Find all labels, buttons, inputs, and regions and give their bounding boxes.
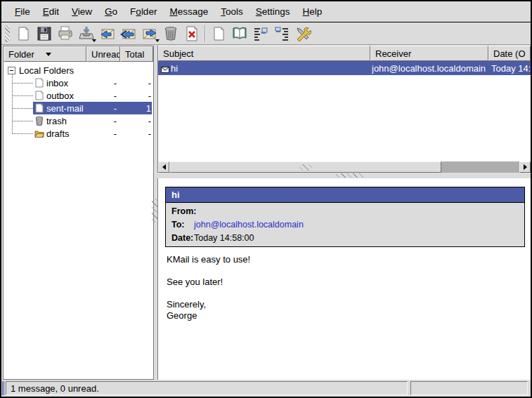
message-rows: hi john@localhost.localdomain Today 14:5… [158,61,531,161]
folder-tree-item-trash[interactable]: trash - - [4,114,153,127]
new-window-button[interactable] [208,24,229,44]
scroll-left-button[interactable] [158,161,169,173]
total-column-header[interactable]: Total [120,46,153,62]
folder-tree-item-outbox[interactable]: outbox - - [4,89,153,102]
header-row-date: Date: Today 14:58:00 [166,231,524,244]
forward-dropdown-arrow[interactable] [155,39,160,42]
mail-folder-icon [34,103,44,113]
toolbar-grip[interactable] [5,25,10,42]
configure-button[interactable] [292,24,313,44]
move-to-trash-button[interactable] [160,24,181,44]
message-subject-bar: hi [166,187,524,203]
menu-file[interactable]: File [8,4,37,20]
create-filter-icon [252,25,269,42]
reply-all-icon [120,25,137,42]
reply-icon [99,25,116,42]
menu-view[interactable]: View [65,4,98,20]
folder-tree-item-local-folders[interactable]: Local Folders [4,64,153,77]
check-mail-button[interactable] [76,24,97,44]
receiver-column-header[interactable]: Receiver [370,46,488,61]
message-body: KMail is easy to use! See you later! Sin… [167,254,525,321]
folder-pane: Folder Unread Total Local Folders inbox … [3,46,154,380]
status-aux-panel [410,381,528,395]
toolbar-separator [205,25,206,42]
message-row[interactable]: hi john@localhost.localdomain Today 14:5… [158,61,531,75]
recipient-email-link[interactable]: john@localhost.localdomain [194,220,304,230]
pane-splitter-horizontal[interactable] [157,173,531,178]
message-list: Subject Receiver Date (O hi john@localho… [157,46,531,173]
address-book-button[interactable] [229,24,250,44]
folder-tree-item-inbox[interactable]: inbox - - [4,77,153,89]
delete-icon [183,25,200,42]
mail-folder-icon [34,78,44,88]
status-bar: 1 message, 0 unread. [1,380,531,397]
sent-mail-envelope-icon [161,65,169,75]
message-header-box: hi From: To: john@localhost.localdomain … [165,187,525,247]
arrow-left-icon [162,164,166,170]
arrow-right-icon [524,164,527,170]
header-row-from: From: [166,204,524,218]
address-book-icon [231,25,248,42]
mail-folder-icon [34,91,44,100]
menu-bar: File Edit View Go Folder Message Tools S… [1,1,531,22]
header-row-to: To: john@localhost.localdomain [166,218,524,231]
reply-all-button[interactable] [118,24,139,44]
folder-tree: Local Folders inbox - - outbox - - sent-… [4,62,153,379]
drafts-folder-icon [34,128,44,138]
save-icon [36,25,53,42]
menu-message[interactable]: Message [163,4,214,20]
scrollbar-grip [299,164,312,171]
forward-button[interactable] [139,24,160,44]
menu-tools[interactable]: Tools [214,4,249,20]
menu-help[interactable]: Help [297,4,329,20]
reply-button[interactable] [97,24,118,44]
menu-settings[interactable]: Settings [249,4,297,20]
trash-icon [162,25,179,42]
scroll-right-button[interactable] [519,161,531,173]
apply-filters-button[interactable] [271,24,292,44]
delete-button[interactable] [181,24,202,44]
kmail-window: File Edit View Go Folder Message Tools S… [0,0,532,398]
create-filter-button[interactable] [250,24,271,44]
menu-go[interactable]: Go [98,4,124,20]
apply-filters-icon [273,25,290,42]
save-button[interactable] [34,24,55,44]
configure-icon [294,25,311,42]
horizontal-scrollbar[interactable] [158,161,531,173]
progress-indicator [2,381,5,395]
trash-folder-icon [34,116,44,126]
splitter-grip [336,173,364,178]
unread-column-header[interactable]: Unread [86,46,120,62]
status-message-panel: 1 message, 0 unread. [6,381,408,395]
menu-edit[interactable]: Edit [37,4,65,20]
folder-tree-item-sent-mail[interactable]: sent-mail - 1 [4,102,153,114]
collapse-icon[interactable] [8,67,15,74]
blank-page-icon [210,25,227,42]
menu-folder[interactable]: Folder [124,4,163,20]
folder-column-header[interactable]: Folder [4,46,86,62]
print-button[interactable] [55,24,76,44]
main-toolbar [1,23,531,45]
sort-descending-icon [46,53,51,56]
subject-column-header[interactable]: Subject [158,46,370,61]
scrollbar-thumb[interactable] [169,161,441,173]
folder-tree-item-drafts[interactable]: drafts - - [4,127,153,140]
print-icon [57,25,74,42]
check-mail-dropdown-arrow[interactable] [92,39,96,42]
new-message-icon [15,25,32,42]
date-column-header[interactable]: Date (O [488,46,531,61]
message-preview-pane: hi From: To: john@localhost.localdomain … [157,178,531,380]
new-message-button[interactable] [13,24,34,44]
